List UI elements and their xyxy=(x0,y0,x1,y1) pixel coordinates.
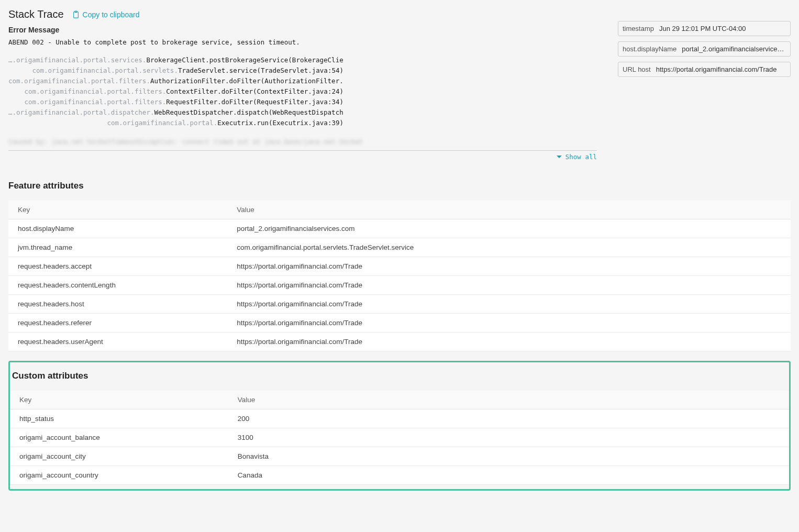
attr-value: portal_2.origamifinancialservices.com xyxy=(227,219,791,238)
attr-key: origami_account_city xyxy=(10,447,228,465)
metadata-value: portal_2.origamifinancialservices.com xyxy=(682,45,786,53)
attr-key: request.headers.contentLength xyxy=(8,275,227,294)
custom-attributes-highlight: Custom attributes Key Value http_status2… xyxy=(8,361,791,491)
metadata-value: https://portal.origamifinancial.com/Trad… xyxy=(656,65,777,73)
metadata-key: timestamp xyxy=(623,25,654,32)
svg-rect-0 xyxy=(73,12,78,17)
custom-attributes-title: Custom attributes xyxy=(12,371,789,381)
attr-value: https://portal.origamifinancial.com/Trad… xyxy=(227,257,791,275)
metadata-sidebar: timestampJun 29 12:01 PM UTC-04:00host.d… xyxy=(618,8,791,82)
metadata-key: host.displayName xyxy=(623,45,676,53)
feature-attributes-table: Key Value host.displayNameportal_2.origa… xyxy=(8,201,791,351)
show-all-toggle[interactable]: Show all xyxy=(556,153,597,161)
attr-key: jvm.thread_name xyxy=(8,238,227,257)
attr-value: https://portal.origamifinancial.com/Trad… xyxy=(227,332,791,351)
stack-trace-line: com.origamifinancial.portal.filters.Requ… xyxy=(8,97,343,107)
table-row[interactable]: origami_account_countryCanada xyxy=(10,465,789,484)
attr-value: https://portal.origamifinancial.com/Trad… xyxy=(227,313,791,332)
error-message-label: Error Message xyxy=(8,26,597,34)
attr-key: host.displayName xyxy=(8,219,227,238)
clipboard-icon xyxy=(72,10,80,19)
metadata-box[interactable]: timestampJun 29 12:01 PM UTC-04:00 xyxy=(618,21,791,36)
table-row[interactable]: http_status200 xyxy=(10,409,789,428)
attr-key: origami_account_balance xyxy=(10,428,228,447)
custom-attributes-table: Key Value http_status200origami_account_… xyxy=(10,391,789,485)
attr-key: http_status xyxy=(10,409,228,428)
stack-trace-line: com.origamifinancial.portal.Executrix.ru… xyxy=(8,118,343,128)
stack-trace-block: ….origamifinancial.portal.services.Broke… xyxy=(8,55,343,128)
attr-key: request.headers.host xyxy=(8,294,227,313)
table-row[interactable]: host.displayNameportal_2.origamifinancia… xyxy=(8,219,791,238)
attr-value: https://portal.origamifinancial.com/Trad… xyxy=(227,294,791,313)
table-row[interactable]: request.headers.hosthttps://portal.origa… xyxy=(8,294,791,313)
table-row[interactable]: request.headers.userAgenthttps://portal.… xyxy=(8,332,791,351)
table-header-key: Key xyxy=(10,391,228,409)
metadata-box[interactable]: URL hosthttps://portal.origamifinancial.… xyxy=(618,62,791,77)
metadata-key: URL host xyxy=(623,65,651,73)
stack-trace-line: ….origamifinancial.portal.dispatcher.Web… xyxy=(8,107,343,118)
attr-key: origami_account_country xyxy=(10,465,228,484)
chevron-down-icon xyxy=(556,154,562,160)
attr-key: request.headers.userAgent xyxy=(8,332,227,351)
stack-trace-line: ….origamifinancial.portal.services.Broke… xyxy=(8,55,343,65)
show-all-label: Show all xyxy=(565,153,597,161)
stack-trace-line: com.origamifinancial.portal.servlets.Tra… xyxy=(8,65,343,76)
attr-value: https://portal.origamifinancial.com/Trad… xyxy=(227,275,791,294)
stack-trace-line: com.origamifinancial.portal.filters.Cont… xyxy=(8,86,343,97)
attr-key: request.headers.referer xyxy=(8,313,227,332)
table-row[interactable]: origami_account_balance3100 xyxy=(10,428,789,447)
metadata-box[interactable]: host.displayNameportal_2.origamifinancia… xyxy=(618,41,791,57)
page-title: Stack Trace xyxy=(8,8,64,20)
attr-value: Bonavista xyxy=(228,447,789,465)
table-row[interactable]: request.headers.accepthttps://portal.ori… xyxy=(8,257,791,275)
attr-value: com.origamifinancial.portal.servlets.Tra… xyxy=(227,238,791,257)
table-header-value: Value xyxy=(228,391,789,409)
attr-value: 200 xyxy=(228,409,789,428)
table-row[interactable]: request.headers.contentLengthhttps://por… xyxy=(8,275,791,294)
attr-key: request.headers.accept xyxy=(8,257,227,275)
feature-attributes-title: Feature attributes xyxy=(8,181,791,191)
table-header-key: Key xyxy=(8,201,227,219)
attr-value: Canada xyxy=(228,465,789,484)
copy-label: Copy to clipboard xyxy=(83,10,140,19)
table-header-value: Value xyxy=(227,201,791,219)
error-message-text: ABEND 002 - Unable to complete post to b… xyxy=(8,37,597,48)
table-row[interactable]: request.headers.refererhttps://portal.or… xyxy=(8,313,791,332)
attr-value: 3100 xyxy=(228,428,789,447)
stack-trace-line: com.origamifinancial.portal.filters.Auth… xyxy=(8,76,343,86)
copy-to-clipboard-link[interactable]: Copy to clipboard xyxy=(72,10,140,19)
table-row[interactable]: jvm.thread_namecom.origamifinancial.port… xyxy=(8,238,791,257)
stack-trace-hidden-preview: Caused by: java.net.SocketTimeoutExcepti… xyxy=(8,137,597,147)
table-row[interactable]: origami_account_cityBonavista xyxy=(10,447,789,465)
metadata-value: Jun 29 12:01 PM UTC-04:00 xyxy=(659,25,746,32)
